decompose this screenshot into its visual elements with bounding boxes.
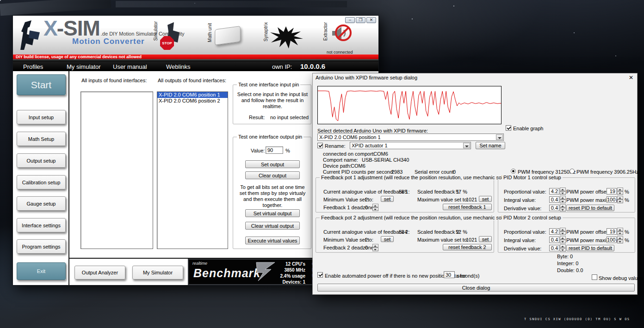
spinner-up-icon[interactable]	[617, 228, 623, 231]
pid2-i-spinner[interactable]	[560, 236, 566, 243]
spinner-up-icon[interactable]	[560, 188, 566, 191]
spinner-up-icon[interactable]	[372, 244, 378, 248]
spinner-down-icon[interactable]	[372, 207, 378, 211]
auto-poweroff-input[interactable]	[444, 271, 455, 278]
pwm-freq-31250-radio[interactable]	[511, 169, 516, 174]
my-simulator-button[interactable]: My Simulator	[132, 266, 183, 279]
output-list-item-1[interactable]: X-PID 2.0 COM6 position 1	[157, 92, 228, 98]
pid1-d-label: Derivative value:	[504, 206, 541, 211]
spinner-down-icon[interactable]	[560, 208, 566, 212]
reset-pid1-button[interactable]: reset PID to default	[566, 205, 614, 211]
spinner-down-icon[interactable]	[617, 200, 623, 203]
rename-combo-arrow-icon[interactable]	[463, 143, 470, 148]
start-button[interactable]: Start	[17, 74, 66, 95]
output-analyzer-button[interactable]: Output Analyzer	[74, 266, 125, 279]
test-input-description: Select one input in the input list and f…	[237, 91, 308, 109]
pid1-d-spinner[interactable]	[560, 204, 566, 212]
feedback2-min-set-button[interactable]: set	[381, 236, 394, 242]
menu-profiles[interactable]: Profiles	[23, 63, 43, 70]
close-dialog-button[interactable]: Close dialog	[317, 284, 635, 292]
menu-weblinks[interactable]: Weblinks	[166, 63, 191, 70]
spinner-up-icon[interactable]	[560, 228, 566, 231]
spinner-down-icon[interactable]	[560, 248, 566, 252]
pwm-freq-3906-radio[interactable]	[570, 169, 575, 174]
spinner-up-icon[interactable]	[560, 236, 566, 240]
rename-checkbox[interactable]	[317, 143, 323, 148]
set-virtual-output-button[interactable]: Set virtual output	[245, 209, 300, 217]
maximize-button[interactable]: ❐	[356, 17, 365, 23]
pid1-p-spinner[interactable]	[560, 188, 566, 195]
feedback1-min-value: 2	[365, 197, 368, 202]
spinner-down-icon[interactable]	[617, 231, 623, 235]
spinner-up-icon[interactable]	[560, 196, 566, 200]
device-select[interactable]: X-PID 2.0 COM6 position 1	[317, 134, 504, 141]
enable-graph-checkbox[interactable]	[506, 125, 511, 131]
math-unit-vertical-label: Math unit	[207, 23, 212, 42]
comport-value: COM6	[373, 151, 388, 157]
auto-poweroff-checkbox[interactable]	[317, 272, 323, 278]
close-button[interactable]: ✕	[366, 17, 376, 23]
spinner-down-icon[interactable]	[617, 191, 623, 195]
pid2-d-spinner[interactable]	[560, 244, 566, 252]
show-debug-checkbox[interactable]	[592, 274, 597, 280]
feedback1-deadzone-spinner[interactable]	[372, 204, 378, 211]
spinner-down-icon[interactable]	[560, 231, 566, 235]
gauge-setup-button[interactable]: Gauge setup	[17, 196, 66, 211]
pid2-max-spinner[interactable]	[617, 236, 623, 243]
debug-double: Double: 0.0	[557, 267, 583, 273]
output-list-item-2[interactable]: X-PID 2.0 COM6 position 2	[157, 98, 228, 104]
feedback2-deadzone-spinner[interactable]	[372, 244, 378, 251]
output-setup-button[interactable]: Output setup	[17, 153, 66, 168]
calibration-setup-button[interactable]: Calibration setup	[17, 175, 66, 189]
device-select-value: X-PID 2.0 COM6 position 1	[319, 134, 495, 140]
spinner-up-icon[interactable]	[617, 236, 623, 240]
spinner-down-icon[interactable]	[560, 191, 566, 195]
pid1-i-value: 0.4	[549, 196, 559, 203]
license-banner: DIY build license, usage of any commerci…	[13, 55, 378, 59]
spinner-up-icon[interactable]	[372, 204, 378, 207]
spinner-up-icon[interactable]	[617, 196, 623, 200]
exit-button[interactable]: Exit	[17, 262, 66, 280]
spinner-up-icon[interactable]	[617, 188, 623, 191]
pid1-max-spinner[interactable]	[617, 196, 623, 203]
minimize-button[interactable]: –	[345, 17, 355, 23]
math-setup-button[interactable]: Math Setup	[17, 132, 66, 146]
menu-user-manual[interactable]: User manual	[113, 63, 147, 70]
feedback2-current-value: 534	[399, 229, 407, 235]
inputs-listbox[interactable]	[80, 91, 153, 249]
feedback1-current-label: Current analogue value of feedback 1:	[323, 189, 410, 194]
feedback1-max-set-button[interactable]: set	[479, 196, 492, 202]
pid2-offset-spinner[interactable]	[617, 228, 623, 235]
extractor-caption: not connected	[327, 50, 353, 55]
outputs-listbox[interactable]: X-PID 2.0 COM6 position 1 X-PID 2.0 COM6…	[157, 91, 228, 249]
program-settings-button[interactable]: Program settings	[17, 239, 66, 254]
spinner-up-icon[interactable]	[560, 244, 566, 248]
feedback2-max-set-button[interactable]: set	[479, 236, 492, 242]
pid1-offset-spinner[interactable]	[617, 188, 623, 195]
set-name-button[interactable]: Set name	[476, 142, 505, 149]
spinner-down-icon[interactable]	[617, 240, 623, 243]
clear-output-button[interactable]: Clear output	[245, 171, 300, 179]
set-output-button[interactable]: Set output	[245, 160, 300, 168]
reset-pid2-button[interactable]: reset PID to default	[566, 245, 614, 251]
result-label: Result:	[249, 115, 265, 120]
dialog-close-icon[interactable]: ✕	[629, 74, 633, 81]
spinner-down-icon[interactable]	[560, 240, 566, 243]
spinner-down-icon[interactable]	[560, 200, 566, 203]
feedback1-min-set-button[interactable]: set	[381, 196, 394, 202]
rename-combo[interactable]: XPID actuator 1	[350, 142, 471, 149]
execute-virtual-values-button[interactable]: Execute virtual values	[245, 237, 300, 244]
input-setup-button[interactable]: Input setup	[17, 110, 66, 124]
interface-settings-button[interactable]: Interface settings	[17, 218, 66, 232]
spinner-up-icon[interactable]	[560, 204, 566, 208]
output-value-input[interactable]	[266, 146, 283, 154]
reset-feedback1-button[interactable]: reset feedback 1	[443, 204, 492, 210]
clear-virtual-output-button[interactable]: Clear virtual output	[245, 222, 300, 230]
test-input-group-title: Test one interface input pin	[237, 82, 300, 87]
reset-feedback2-button[interactable]: reset feedback 2	[443, 244, 492, 250]
pid2-p-spinner[interactable]	[560, 228, 566, 235]
spinner-down-icon[interactable]	[372, 248, 378, 251]
pid1-i-spinner[interactable]	[560, 196, 566, 203]
menu-my-simulator[interactable]: My simulator	[67, 63, 101, 70]
device-select-arrow-icon[interactable]	[496, 134, 503, 140]
